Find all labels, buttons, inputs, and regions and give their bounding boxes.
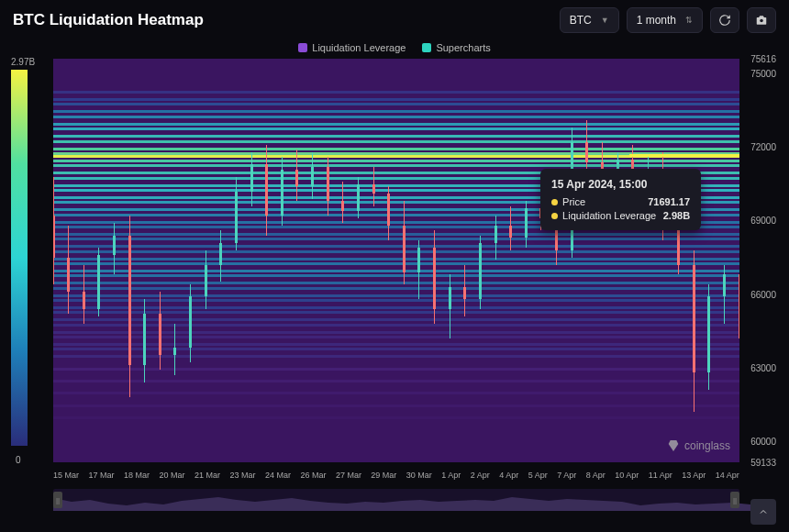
candle <box>403 59 406 462</box>
candle <box>677 59 680 462</box>
candle <box>661 59 664 462</box>
candle <box>327 59 329 462</box>
chart-plot[interactable]: 15 Apr 2024, 15:00Price71691.17Liquidati… <box>53 59 739 462</box>
candle <box>449 59 451 462</box>
legend-item-supercharts: Supercharts <box>422 42 490 53</box>
candle <box>372 59 375 462</box>
tooltip-row-value: 2.98B <box>663 210 690 221</box>
time-brush[interactable]: || || <box>53 489 739 511</box>
heat-band <box>53 160 739 162</box>
heat-band <box>53 348 739 350</box>
heat-band <box>53 238 739 240</box>
refresh-button[interactable] <box>710 7 739 33</box>
heat-band <box>53 274 739 277</box>
chevron-up-icon <box>758 506 769 517</box>
symbol-select[interactable]: BTC ▼ <box>560 7 619 33</box>
x-tick: 15 Mar <box>53 471 79 483</box>
heat-band <box>53 324 739 327</box>
candle <box>265 59 268 462</box>
scroll-top-button[interactable] <box>750 499 776 525</box>
x-tick: 11 Apr <box>649 471 672 483</box>
heat-band <box>53 135 739 138</box>
svg-point-0 <box>760 19 763 22</box>
watermark: coinglass <box>666 438 730 453</box>
tooltip-date: 15 Apr 2024, 15:00 <box>551 178 690 191</box>
coinglass-icon <box>666 438 681 453</box>
candle <box>693 59 695 462</box>
y-tick: 66000 <box>750 289 776 299</box>
candle <box>235 59 238 462</box>
heat-band <box>53 282 739 284</box>
x-tick: 5 Apr <box>528 471 548 483</box>
legend-label-sup: Supercharts <box>436 42 490 53</box>
price-marker <box>629 154 739 157</box>
x-tick: 10 Apr <box>615 471 639 483</box>
legend-swatch-sup <box>422 43 431 52</box>
candle <box>295 59 298 462</box>
heat-band <box>53 405 739 407</box>
heat-band <box>53 368 739 371</box>
candle <box>631 59 634 462</box>
symbol-select-value: BTC <box>570 14 592 27</box>
heat-band <box>53 245 739 248</box>
chart-tooltip: 15 Apr 2024, 15:00Price71691.17Liquidati… <box>540 169 701 230</box>
x-tick: 17 Mar <box>88 471 114 483</box>
brush-handle-right[interactable]: || <box>730 492 739 508</box>
candle <box>205 59 207 462</box>
heat-band <box>53 299 739 302</box>
chevron-down-icon: ▼ <box>601 16 609 25</box>
x-tick: 1 Apr <box>441 471 461 483</box>
candle <box>433 59 436 462</box>
screenshot-button[interactable] <box>747 7 776 33</box>
x-tick: 8 Apr <box>586 471 606 483</box>
x-tick: 7 Apr <box>557 471 576 483</box>
x-axis: 15 Mar17 Mar18 Mar20 Mar21 Mar23 Mar24 M… <box>53 471 739 483</box>
brush-sparkline <box>53 489 750 511</box>
heat-band <box>53 343 739 346</box>
candle <box>479 59 482 462</box>
y-tick: 75616 <box>750 54 776 64</box>
x-tick: 13 Apr <box>682 471 706 483</box>
x-tick: 24 Mar <box>265 471 291 483</box>
candle <box>417 59 420 462</box>
heat-band <box>53 287 739 290</box>
tooltip-row: Price71691.17 <box>551 196 690 207</box>
camera-icon <box>755 14 768 27</box>
candle <box>341 59 344 462</box>
candle <box>357 59 360 462</box>
x-tick: 14 Apr <box>716 471 739 483</box>
x-tick: 29 Mar <box>371 471 396 483</box>
candle <box>509 59 512 462</box>
x-tick: 27 Mar <box>336 471 361 483</box>
y-axis: 7561675000720006900066000630006000059133 <box>743 59 780 462</box>
x-tick: 23 Mar <box>229 471 255 483</box>
candle <box>555 59 558 462</box>
x-tick: 4 Apr <box>499 471 518 483</box>
heat-band <box>53 91 739 94</box>
page-title: BTC Liquidation Heatmap <box>13 11 204 29</box>
candle <box>495 59 497 462</box>
candle <box>53 59 55 462</box>
y-tick: 60000 <box>750 437 776 447</box>
heat-band <box>53 116 739 118</box>
heat-band <box>53 233 739 236</box>
tooltip-row-label: Price <box>562 196 585 207</box>
candle <box>525 59 528 462</box>
heat-band <box>53 98 739 101</box>
heat-band <box>53 148 739 150</box>
heat-band <box>53 311 739 314</box>
candle <box>113 59 116 462</box>
candle <box>539 59 542 462</box>
candle <box>97 59 100 462</box>
candle <box>219 59 222 462</box>
candle <box>723 59 726 462</box>
range-select[interactable]: 1 month ⇅ <box>627 7 703 33</box>
header: BTC Liquidation Heatmap BTC ▼ 1 month ⇅ <box>0 0 789 40</box>
candle <box>463 59 466 462</box>
candle <box>189 59 192 462</box>
brush-handle-left[interactable]: || <box>53 492 62 508</box>
heat-band <box>53 380 739 382</box>
heat-band <box>53 262 739 265</box>
candle <box>647 59 650 462</box>
x-tick: 2 Apr <box>471 471 490 483</box>
